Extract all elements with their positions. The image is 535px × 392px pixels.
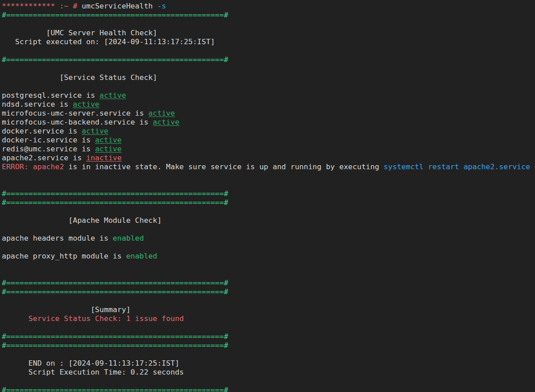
- script-end-line: END on : [2024-09-11:13:17:25:IST]: [2, 359, 535, 368]
- separator-line: #=======================================…: [2, 55, 535, 64]
- status-active: active: [82, 127, 109, 135]
- service-status-line: apache2.service is inactive: [2, 154, 535, 163]
- module-name: apache headers module is: [2, 234, 113, 242]
- separator-rule: #=======================================…: [2, 288, 228, 296]
- execution-time-line: Script Execution Time: 0.22 seconds: [2, 368, 535, 377]
- separator-rule: #=======================================…: [2, 189, 228, 198]
- section-title-line: [Service Status Check]: [2, 73, 535, 82]
- blank-line: [2, 64, 535, 73]
- service-name: microfocus-umc-server.service is: [2, 109, 148, 117]
- blank-line: [2, 377, 535, 386]
- status-enabled: enabled: [126, 252, 157, 260]
- section-title-service-status: [Service Status Check]: [2, 73, 157, 82]
- separator-rule: #=======================================…: [2, 55, 228, 64]
- blank-line: [2, 171, 535, 180]
- service-name: apache2.service is: [2, 154, 86, 162]
- service-status-line: docker.service is active: [2, 127, 535, 136]
- service-name: microfocus-umc-backend.service is: [2, 118, 153, 126]
- summary-issue-count: Service Status Check: 1 issue found: [2, 314, 184, 323]
- separator-rule: #=======================================…: [2, 386, 228, 392]
- execution-time: Script Execution Time: 0.22 seconds: [2, 368, 184, 376]
- separator-line: #=======================================…: [2, 386, 535, 392]
- command-text: umcServiceHealth: [77, 2, 157, 10]
- blank-line: [2, 243, 535, 252]
- terminal[interactable]: ************ :~ # umcServiceHealth -s#==…: [0, 0, 535, 392]
- service-name: ndsd.service is: [2, 100, 73, 108]
- status-active: active: [95, 136, 122, 144]
- service-name: postgresql.service is: [2, 91, 100, 100]
- blank-line: [2, 46, 535, 55]
- module-name: apache proxy_http module is: [2, 252, 126, 260]
- terminal-output: ************ :~ # umcServiceHealth -s#==…: [2, 2, 535, 392]
- error-label: ERROR: apache2: [2, 163, 64, 171]
- separator-rule: #=======================================…: [2, 198, 228, 207]
- module-status-line: apache headers module is enabled: [2, 234, 535, 243]
- blank-line: [2, 180, 535, 189]
- blank-line: [2, 296, 535, 305]
- blank-line: [2, 20, 535, 29]
- status-inactive: inactive: [86, 154, 122, 162]
- shell-prompt: ************ :~ #: [2, 2, 77, 10]
- script-start-timestamp: Script executed on: [2024-09-11:13:17:25…: [2, 38, 215, 46]
- command-flag: -s: [157, 2, 166, 10]
- blank-line: [2, 323, 535, 332]
- blank-line: [2, 270, 535, 279]
- service-status-line: microfocus-umc-server.service is active: [2, 109, 535, 118]
- error-message: is in inactive state. Make sure service …: [64, 163, 383, 171]
- error-line: ERROR: apache2 is in inactive state. Mak…: [2, 163, 535, 171]
- status-active: active: [73, 100, 100, 108]
- separator-line: #=======================================…: [2, 11, 535, 20]
- service-status-line: docker-ic.service is active: [2, 136, 535, 145]
- service-name: docker-ic.service is: [2, 136, 95, 144]
- blank-line: [2, 350, 535, 359]
- summary-issue-line: Service Status Check: 1 issue found: [2, 314, 535, 323]
- separator-line: #=======================================…: [2, 332, 535, 341]
- section-title-apache-module: [Apache Module Check]: [2, 216, 162, 225]
- module-status-line: apache proxy_http module is enabled: [2, 252, 535, 261]
- service-name: docker.service is: [2, 127, 82, 135]
- separator-line: #=======================================…: [2, 341, 535, 350]
- separator-rule: #=======================================…: [2, 279, 228, 287]
- separator-line: #=======================================…: [2, 189, 535, 198]
- service-status-line: redis@umc.service is active: [2, 145, 535, 154]
- service-status-line: microfocus-umc-backend.service is active: [2, 118, 535, 127]
- status-active: active: [148, 109, 175, 117]
- status-enabled: enabled: [113, 234, 144, 242]
- separator-rule: #=======================================…: [2, 341, 228, 350]
- blank-line: [2, 261, 535, 270]
- blank-line: [2, 225, 535, 234]
- section-title-summary: [Summary]: [2, 305, 131, 314]
- separator-line: #=======================================…: [2, 288, 535, 296]
- separator-rule: #=======================================…: [2, 11, 228, 19]
- blank-line: [2, 82, 535, 91]
- separator-line: #=======================================…: [2, 198, 535, 207]
- section-title-line: [UMC Server Health Check]: [2, 29, 535, 38]
- section-title-umc-health: [UMC Server Health Check]: [2, 29, 157, 37]
- status-active: active: [153, 118, 180, 126]
- separator-rule: #=======================================…: [2, 332, 228, 341]
- service-name: redis@umc.service is: [2, 145, 95, 153]
- script-end-timestamp: END on : [2024-09-11:13:17:25:IST]: [2, 359, 179, 367]
- section-title-line: [Summary]: [2, 305, 535, 314]
- suggested-command: systemctl restart apache2.service: [383, 163, 530, 171]
- service-status-line: postgresql.service is active: [2, 91, 535, 100]
- script-start-line: Script executed on: [2024-09-11:13:17:25…: [2, 38, 535, 46]
- separator-line: #=======================================…: [2, 279, 535, 288]
- section-title-line: [Apache Module Check]: [2, 216, 535, 225]
- blank-line: [2, 207, 535, 216]
- service-status-line: ndsd.service is active: [2, 100, 535, 109]
- status-active: active: [95, 145, 122, 153]
- prompt-line: ************ :~ # umcServiceHealth -s: [2, 2, 535, 11]
- status-active: active: [100, 91, 126, 100]
